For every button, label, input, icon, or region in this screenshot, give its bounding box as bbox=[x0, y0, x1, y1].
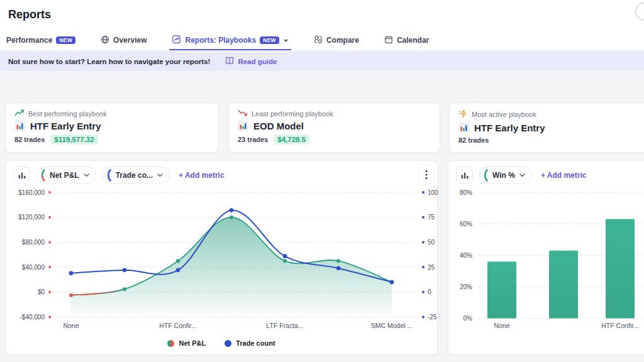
trade-count-legend-dot bbox=[225, 340, 231, 347]
metric-bracket-icon bbox=[106, 169, 111, 182]
most-active-playbook-label: Most active playbook bbox=[472, 111, 536, 118]
combo-chart-legend: Net P&L Trade count bbox=[6, 339, 437, 347]
metric-bracket-icon bbox=[40, 169, 45, 182]
new-badge: NEW bbox=[260, 36, 279, 45]
legend-label: Trade count bbox=[236, 339, 275, 347]
metric-pill-win-pct[interactable]: Win % bbox=[479, 167, 532, 184]
chevron-down-icon bbox=[519, 173, 525, 177]
tab-performance-label: Performance bbox=[6, 36, 52, 45]
least-playbook-card: Least performing playbook EOD Model 23 t… bbox=[228, 102, 440, 153]
tab-performance[interactable]: Performance NEW bbox=[4, 31, 78, 50]
tab-playbooks-label: Reports: Playbooks bbox=[185, 36, 256, 45]
metric-bracket-icon bbox=[483, 169, 488, 182]
bar-chart-svg: 0%20%40%60%80%NoneHTF Confir... bbox=[448, 186, 644, 343]
svg-text:0%: 0% bbox=[464, 315, 473, 322]
card-label-row: Most active playbook bbox=[458, 109, 644, 119]
most-active-playbook-trades: 82 trades bbox=[458, 136, 489, 144]
playbook-bars-icon bbox=[14, 121, 25, 131]
chart-type-button[interactable] bbox=[13, 167, 30, 184]
tab-compare[interactable]: Compare bbox=[311, 31, 362, 50]
svg-text:$0: $0 bbox=[38, 288, 45, 295]
best-playbook-label: Best performing playbook bbox=[28, 110, 107, 118]
svg-text:20%: 20% bbox=[460, 283, 472, 290]
tab-compare-label: Compare bbox=[326, 36, 359, 45]
svg-text:40%: 40% bbox=[460, 252, 472, 259]
app-header: Reports bbox=[0, 0, 644, 31]
tab-calendar-label: Calendar bbox=[397, 36, 429, 45]
svg-text:$120,000: $120,000 bbox=[18, 214, 45, 221]
bar-chart-toolbar: Win % + Add metric bbox=[456, 167, 586, 184]
svg-text:HTF Confir...: HTF Confir... bbox=[159, 322, 197, 329]
metric-pill-net-pnl[interactable]: Net P&L bbox=[36, 167, 96, 184]
svg-text:-$40,000: -$40,000 bbox=[20, 314, 45, 321]
svg-text:80%: 80% bbox=[460, 189, 472, 196]
card-label-row: Least performing playbook bbox=[238, 109, 431, 118]
help-banner: Not sure how to start? Learn how to navi… bbox=[0, 52, 644, 71]
chevron-down-icon bbox=[157, 173, 163, 177]
banner-message: Not sure how to start? Learn how to navi… bbox=[8, 58, 210, 65]
avatar-cutoff-circle bbox=[635, 2, 644, 21]
svg-text:$40,000: $40,000 bbox=[22, 264, 45, 271]
legend-label: Net P&L bbox=[179, 339, 206, 347]
svg-text:SMC Model ...: SMC Model ... bbox=[371, 322, 413, 329]
best-playbook-title: HTF Early Entry bbox=[30, 121, 101, 131]
svg-text:$160,000: $160,000 bbox=[18, 189, 45, 196]
svg-text:100: 100 bbox=[428, 189, 438, 196]
bar-chart-card: Win % + Add metric 0%20%40%60%80%NoneHTF… bbox=[448, 160, 644, 355]
most-active-playbook-card: Most active playbook HTF Early Entry 82 … bbox=[449, 102, 644, 153]
trend-down-icon bbox=[238, 109, 248, 118]
svg-text:25: 25 bbox=[428, 264, 435, 271]
svg-text:-25: -25 bbox=[428, 314, 437, 321]
least-playbook-amount: $4,728.5 bbox=[274, 134, 309, 145]
new-badge: NEW bbox=[56, 36, 75, 45]
tab-overview[interactable]: Overview bbox=[98, 31, 149, 50]
tab-calendar[interactable]: Calendar bbox=[382, 31, 431, 50]
combo-chart-card: Net P&L Trade co... + Add metric $160,00… bbox=[5, 160, 438, 355]
compare-icon bbox=[314, 35, 323, 46]
chevron-down-icon bbox=[283, 36, 289, 45]
trend-up-icon bbox=[14, 109, 25, 118]
legend-item-net-pnl[interactable]: Net P&L bbox=[167, 339, 206, 347]
zap-icon bbox=[458, 109, 468, 119]
metric-pill-label: Win % bbox=[492, 171, 515, 180]
chart-menu-button[interactable] bbox=[418, 165, 435, 184]
least-playbook-trades: 23 trades bbox=[238, 136, 268, 143]
card-label-row: Best performing playbook bbox=[14, 109, 209, 118]
metric-pill-label: Trade co... bbox=[116, 171, 153, 180]
combo-chart-svg: $160,000$120,000$80,000$40,000$0-$40,000… bbox=[6, 186, 438, 343]
best-playbook-trades: 82 trades bbox=[14, 136, 45, 143]
tab-overview-label: Overview bbox=[113, 36, 147, 45]
kebab-icon bbox=[425, 170, 428, 180]
svg-text:None: None bbox=[494, 322, 509, 329]
chart-type-button[interactable] bbox=[456, 167, 473, 184]
least-playbook-label: Least performing playbook bbox=[252, 110, 333, 118]
read-guide-label: Read guide bbox=[238, 58, 277, 65]
add-metric-button[interactable]: + Add metric bbox=[179, 171, 225, 180]
net-pnl-legend-dot bbox=[167, 340, 174, 347]
most-active-playbook-title: HTF Early Entry bbox=[474, 123, 545, 133]
svg-text:75: 75 bbox=[428, 214, 435, 221]
globe-icon bbox=[101, 35, 109, 46]
add-metric-button[interactable]: + Add metric bbox=[541, 171, 587, 180]
best-playbook-amount: $119,577.32 bbox=[50, 134, 97, 145]
svg-text:LTF Fracta...: LTF Fracta... bbox=[266, 322, 303, 329]
report-chart-icon bbox=[172, 35, 181, 46]
legend-item-trade-count[interactable]: Trade count bbox=[225, 339, 275, 347]
svg-text:None: None bbox=[63, 322, 79, 329]
least-playbook-title: EOD Model bbox=[253, 121, 304, 131]
read-guide-link[interactable]: Read guide bbox=[225, 57, 277, 66]
book-icon bbox=[225, 57, 234, 66]
svg-text:HTF Confir...: HTF Confir... bbox=[601, 322, 639, 329]
chevron-down-icon bbox=[84, 173, 89, 177]
svg-text:0: 0 bbox=[428, 288, 431, 295]
page-title: Reports bbox=[8, 8, 51, 21]
metric-pill-trade-count[interactable]: Trade co... bbox=[103, 167, 170, 184]
playbook-bars-icon bbox=[238, 121, 248, 131]
report-tab-bar: Performance NEW Overview Reports: Playbo… bbox=[0, 31, 644, 51]
playbook-bars-icon bbox=[458, 123, 469, 133]
tab-reports-playbooks[interactable]: Reports: Playbooks NEW bbox=[169, 31, 291, 50]
metric-pill-label: Net P&L bbox=[50, 171, 79, 180]
best-playbook-card: Best performing playbook HTF Early Entry… bbox=[5, 102, 219, 153]
calendar-icon bbox=[384, 35, 393, 46]
svg-text:50: 50 bbox=[428, 239, 435, 246]
